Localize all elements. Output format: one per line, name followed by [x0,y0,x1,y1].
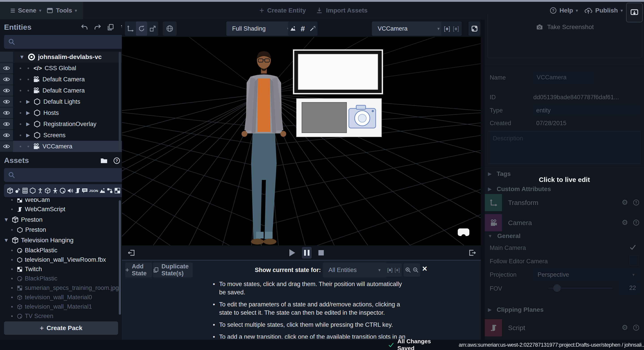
stop-button[interactable] [318,250,324,256]
frame-selection-icon[interactable]: [♦] [444,25,450,32]
main-camera-checkbox-checked[interactable] [629,244,636,251]
name-field[interactable] [532,71,595,84]
filter-statemachine-icon[interactable] [106,187,113,194]
asset-row[interactable]: television_wall_Material0 [0,293,118,302]
filter-material-icon[interactable] [59,187,66,194]
tree-row[interactable]: ▶ Screens [0,130,122,141]
filter-entity-icon[interactable] [29,187,36,194]
follow-editor-camera-checkbox[interactable] [629,256,639,266]
entity-label[interactable]: Default Camera [42,76,85,83]
asset-row[interactable]: TV Screen [0,312,118,319]
asset-row[interactable]: Preston [0,225,118,234]
pause-button[interactable] [302,247,312,259]
entity-label[interactable]: VCCamera [42,143,72,150]
filter-film-icon[interactable] [22,187,28,194]
asset-label[interactable]: television_wall_ViewRoom.fbx [25,256,106,263]
assets-search-input[interactable] [18,168,122,182]
entities-scrollbar[interactable] [119,52,121,152]
asset-row[interactable]: WebCam [0,198,118,205]
entity-label[interactable]: Hosts [44,109,59,116]
custom-attributes-toggle[interactable]: ▶ Custom Attributes [488,186,551,193]
close-panel-button[interactable]: × [422,264,427,273]
projection-dropdown[interactable]: Perspective ▾ [532,268,640,281]
assets-help-icon[interactable] [113,157,120,164]
asset-label[interactable]: WebCam [25,198,50,203]
asset-row[interactable]: WebCamScript [0,205,118,214]
browse-button[interactable]: Browse [488,14,642,15]
take-screenshot-button[interactable]: Take Screenshot [492,20,638,34]
expand-icon[interactable]: ▶ [26,110,30,115]
asset-row[interactable]: BlackPlastic [0,274,118,283]
frame-all-icon[interactable]: [♦] [395,267,400,273]
asset-row[interactable]: Twitch [0,265,118,274]
undo-button[interactable] [81,24,88,31]
visibility-toggle[interactable] [0,63,13,73]
import-assets-button[interactable]: Import Assets [316,2,368,19]
filter-html-icon[interactable] [82,187,88,194]
frame-all-icon[interactable]: [♦] [453,25,459,32]
filter-json-icon[interactable]: JSON [89,189,98,193]
visibility-toggle[interactable] [0,141,13,152]
asset-row[interactable]: BlackPlastic [0,246,118,255]
asset-label[interactable]: Preston [21,216,43,223]
redo-button[interactable] [94,24,101,31]
general-section-toggle[interactable]: ▼ General [488,232,520,240]
expand-icon[interactable]: ▶ [26,122,30,126]
filter-mesh-icon[interactable] [44,187,51,194]
asset-row[interactable]: sumerian_specs_training_room.jpg [0,283,118,293]
asset-label[interactable]: TV Screen [25,313,54,319]
scene-menu[interactable]: ≡ Scene ▾ [10,2,41,19]
asset-label[interactable]: Preston [25,226,46,233]
visibility-toggle[interactable] [0,119,13,129]
asset-label[interactable]: BlackPlastic [25,247,58,254]
assets-scrollbar[interactable] [119,200,121,315]
asset-row[interactable]: television_wall_Material1 [0,302,118,311]
zoom-in-icon[interactable] [405,267,411,273]
world-space-toggle[interactable] [163,21,177,36]
filter-pack-icon[interactable] [7,187,14,194]
project-arn-breadcrumb[interactable]: arn:aws:sumerian:us-west-2:022787131977:… [459,342,644,348]
asset-label[interactable]: television_wall_Material0 [25,294,92,301]
asset-label[interactable]: WebCamScript [25,206,65,213]
fov-value-box[interactable]: 22 [616,282,640,295]
live-edit-overlay-label[interactable]: Click to live edit [485,176,644,183]
frame-selection-icon[interactable]: [♦] [387,267,392,273]
gear-icon[interactable]: ⚙ [622,198,628,207]
rotate-tool-button[interactable] [136,21,147,36]
asset-label[interactable]: Twitch [25,266,42,273]
filter-script-icon[interactable] [74,188,81,194]
script-component[interactable]: Script ⚙ [485,319,644,336]
expand-icon[interactable]: ▶ [26,133,30,138]
asset-label[interactable]: Television Hanging [21,237,74,244]
asset-pack-row[interactable]: ▼ Preston [0,215,118,224]
post-effects-button[interactable] [308,21,318,36]
help-circle-icon[interactable] [633,219,640,226]
translate-tool-button[interactable] [125,21,136,36]
tools-menu[interactable]: Tools ▾ [46,2,77,19]
tree-row[interactable]: Default Camera [0,74,122,85]
filter-texture-icon[interactable] [114,187,121,194]
entities-search[interactable] [4,35,126,49]
play-button[interactable] [289,249,295,256]
screenshot-view-button[interactable] [288,21,298,36]
tree-row[interactable]: ▶ RegistrationOverlay [0,118,122,130]
expand-icon[interactable]: ▶ [26,99,30,104]
state-entity-dropdown[interactable]: All Entities ▾ [323,263,386,277]
vr-mode-button[interactable] [626,3,643,22]
entity-label[interactable]: Screens [44,132,66,139]
filter-rig-icon[interactable] [37,187,44,194]
filter-sound-icon[interactable] [67,187,74,194]
asset-label[interactable]: BlackPlastic [25,275,58,282]
tree-row[interactable]: ▶ Hosts [0,107,122,118]
collapse-icon[interactable]: ▼ [4,238,9,243]
entity-label[interactable]: RegistrationOverlay [44,121,96,128]
entity-label[interactable]: CSS Global [45,65,76,72]
gear-icon[interactable]: ⚙ [622,218,628,227]
asset-row[interactable]: television_wall_ViewRoom.fbx [0,255,118,264]
browse-assets-folder-icon[interactable] [100,157,108,164]
help-circle-icon[interactable] [633,324,640,331]
shading-mode-dropdown[interactable]: Full Shading ▾ [226,21,295,36]
description-field[interactable] [488,131,641,164]
filter-image-icon[interactable] [99,187,106,194]
zoom-out-icon[interactable] [412,267,419,273]
